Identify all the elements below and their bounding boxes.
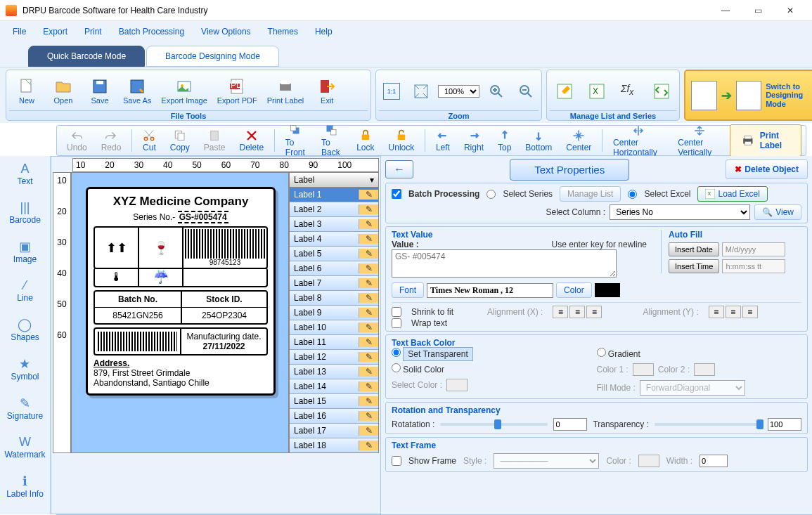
pencil-icon[interactable]: ✎ <box>359 293 378 303</box>
tool-image[interactable]: ▣Image <box>12 237 38 266</box>
exit-button[interactable]: Exit <box>309 72 344 110</box>
align-bottom-button[interactable]: Bottom <box>520 128 558 154</box>
align-center-button[interactable]: Center <box>560 128 597 154</box>
transparency-slider[interactable] <box>655 423 762 426</box>
label-list-item[interactable]: Label 9✎ <box>290 306 378 320</box>
back-button[interactable]: ← <box>385 160 413 178</box>
pencil-icon[interactable]: ✎ <box>359 396 378 406</box>
delete-button[interactable]: Delete <box>233 128 269 154</box>
open-button[interactable]: Open <box>46 72 81 110</box>
pencil-icon[interactable]: ✎ <box>359 337 378 347</box>
fit-page-button[interactable] <box>408 72 434 110</box>
tool-signature[interactable]: ✎Signature <box>6 394 44 422</box>
label-list-item[interactable]: Label 2✎ <box>290 202 378 217</box>
switch-mode-button[interactable]: ➔ Switch to Designing Mode <box>684 70 812 121</box>
label-list-item[interactable]: Label 3✎ <box>290 217 378 232</box>
align-left-button[interactable]: Left <box>430 128 456 154</box>
select-series-radio[interactable] <box>486 190 496 199</box>
batch-checkbox[interactable] <box>392 189 401 199</box>
label-list-item[interactable]: Label 15✎ <box>290 394 378 409</box>
print-label-button[interactable]: Print Label <box>730 124 801 157</box>
list-refresh-button[interactable] <box>649 72 674 110</box>
label-list-item[interactable]: Label 7✎ <box>290 276 378 291</box>
pencil-icon[interactable]: ✎ <box>359 249 378 259</box>
pencil-icon[interactable]: ✎ <box>359 322 378 332</box>
lock-button[interactable]: Lock <box>351 128 380 154</box>
tool-line[interactable]: ∕Line <box>15 277 34 304</box>
rotation-slider[interactable] <box>440 423 548 426</box>
exportpdf-button[interactable]: PDFExport PDF <box>213 72 262 110</box>
label-list-item[interactable]: Label 8✎ <box>290 291 378 306</box>
rotation-value[interactable] <box>553 418 587 431</box>
copy-button[interactable]: Copy <box>165 128 195 154</box>
pencil-icon[interactable]: ✎ <box>359 278 378 288</box>
tool-watermark[interactable]: WWatermark <box>3 433 46 461</box>
minimize-button[interactable]: — <box>709 0 742 21</box>
list-fx-button[interactable]: Σfx <box>617 72 642 110</box>
exportimg-button[interactable]: Export Image <box>157 72 211 110</box>
pencil-icon[interactable]: ✎ <box>359 352 378 362</box>
frame-width[interactable] <box>700 455 728 467</box>
pencil-icon[interactable]: ✎ <box>359 411 378 421</box>
center-v-button[interactable]: Center Vertically <box>672 123 727 159</box>
pencil-icon[interactable]: ✎ <box>359 441 378 450</box>
color-swatch[interactable] <box>595 283 620 297</box>
fillmode-select[interactable]: ForwardDiagonal <box>640 380 745 396</box>
tool-symbol[interactable]: ★Symbol <box>9 355 40 383</box>
pencil-icon[interactable]: ✎ <box>359 426 378 436</box>
label-list-item[interactable]: Label 5✎ <box>290 247 378 261</box>
label-list-item[interactable]: Label 12✎ <box>290 350 378 365</box>
tab-design-mode[interactable]: Barcode Designing Mode <box>146 46 279 67</box>
menu-themes[interactable]: Themes <box>261 24 305 39</box>
zoom-select[interactable]: 100% <box>438 85 479 98</box>
pencil-icon[interactable]: ✎ <box>359 204 378 214</box>
saveas-button[interactable]: Save As <box>119 72 155 110</box>
tool-text[interactable]: AText <box>15 160 34 188</box>
unlock-button[interactable]: Unlock <box>383 128 420 154</box>
label-list-item[interactable]: Label 1✎ <box>290 188 378 202</box>
label-list-item[interactable]: Label 17✎ <box>290 424 378 438</box>
printlabel-button[interactable]: Print Label <box>263 72 309 110</box>
view-column-button[interactable]: 🔍View <box>754 204 801 220</box>
zoomin-button[interactable] <box>484 72 509 110</box>
insert-date-button[interactable]: Insert Date <box>669 242 719 256</box>
select-column-dropdown[interactable]: Series No <box>610 204 750 220</box>
design-canvas[interactable]: XYZ Medicine Company Series No.- GS-#005… <box>71 172 289 453</box>
transparent-radio[interactable] <box>392 348 401 357</box>
tool-label-info[interactable]: ℹLabel Info <box>5 472 45 500</box>
label-list-item[interactable]: Label 10✎ <box>290 320 378 335</box>
label-list-item[interactable]: Label 16✎ <box>290 409 378 424</box>
date-format[interactable]: M/d/yyyy <box>722 242 785 256</box>
label-list-item[interactable]: Label 4✎ <box>290 232 378 247</box>
label-list-item[interactable]: Label 18✎ <box>290 438 378 453</box>
menu-help[interactable]: Help <box>308 24 340 39</box>
tool-barcode[interactable]: |||Barcode <box>8 199 42 226</box>
frame-style-select[interactable]: ──────── <box>494 453 599 469</box>
label-list-item[interactable]: Label 14✎ <box>290 379 378 394</box>
pencil-icon[interactable]: ✎ <box>359 190 378 200</box>
fit-1-1-button[interactable]: 1:1 <box>379 72 404 110</box>
pencil-icon[interactable]: ✎ <box>359 219 378 229</box>
pencil-icon[interactable]: ✎ <box>359 263 378 273</box>
time-format[interactable]: h:mm:ss tt <box>722 259 785 273</box>
menu-print[interactable]: Print <box>77 24 109 39</box>
center-h-button[interactable]: Center Horizontally <box>607 123 669 159</box>
pencil-icon[interactable]: ✎ <box>359 382 378 391</box>
pencil-icon[interactable]: ✎ <box>359 234 378 244</box>
pencil-icon[interactable]: ✎ <box>359 308 378 318</box>
label-list-item[interactable]: Label 6✎ <box>290 261 378 276</box>
redo-button[interactable]: Redo <box>96 128 127 154</box>
align-x-buttons[interactable]: ≡≡≡ <box>553 306 602 318</box>
frame-color[interactable] <box>638 455 659 467</box>
zoomout-button[interactable] <box>513 72 539 110</box>
new-button[interactable]: New <box>9 72 44 110</box>
manage-list-button[interactable]: Manage List <box>560 186 621 202</box>
list-edit-button[interactable] <box>552 72 577 110</box>
toback-button[interactable]: To Back <box>316 123 348 159</box>
grad-color2[interactable] <box>694 363 715 376</box>
grad-color1[interactable] <box>633 363 654 376</box>
tool-grid[interactable]: ▦Grid <box>15 511 34 515</box>
font-button[interactable]: Font <box>392 282 424 298</box>
color-button[interactable]: Color <box>556 282 592 298</box>
save-button[interactable]: Save <box>82 72 117 110</box>
